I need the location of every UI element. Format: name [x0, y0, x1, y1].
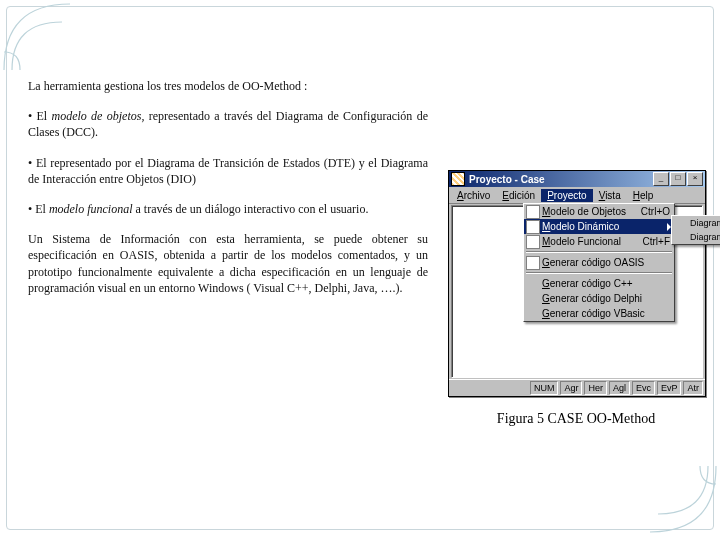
- menu-archivo[interactable]: Archivo: [451, 189, 496, 202]
- status-pane: Atr: [683, 381, 703, 395]
- status-pane: Agr: [560, 381, 582, 395]
- corner-ornament-top-left: [2, 2, 72, 72]
- titlebar: Proyecto - Case _ □ ×: [449, 171, 705, 187]
- status-pane: NUM: [530, 381, 559, 395]
- menu-item[interactable]: Generar código C++: [524, 276, 674, 291]
- statusbar: NUMAgrHerAglEvcEvPAtr: [449, 379, 705, 396]
- menu-proyecto[interactable]: Proyecto: [541, 189, 592, 202]
- window-title: Proyecto - Case: [469, 174, 653, 185]
- menu-item[interactable]: Modelo FuncionalCtrl+F: [524, 234, 674, 249]
- menu-vista[interactable]: Vista: [593, 189, 627, 202]
- window-controls: _ □ ×: [653, 172, 703, 186]
- paragraph-4: Un Sistema de Información con esta herra…: [28, 231, 428, 296]
- bullet-1: El modelo de objetos, representado a tra…: [28, 108, 428, 140]
- menu-dropdown: Modelo de ObjetosCtrl+OModelo DinámicoMo…: [523, 203, 675, 322]
- corner-ornament-bottom-right: [648, 464, 718, 534]
- status-pane: EvP: [657, 381, 682, 395]
- bullet-3: El modelo funcional a través de un diálo…: [28, 201, 428, 217]
- intro-paragraph: La herramienta gestiona los tres modelos…: [28, 78, 428, 94]
- submenu: Diagrama Transición EstadosCtrl+EDiagram…: [671, 215, 720, 245]
- menubar: ArchivoEdiciónProyectoVistaHelp: [449, 187, 705, 204]
- submenu-item[interactable]: Diagrama de InteracciónCtrl+I: [672, 230, 720, 244]
- menu-item-icon: [526, 220, 540, 234]
- menu-item[interactable]: Modelo Dinámico: [524, 219, 674, 234]
- menu-item[interactable]: Generar código OASIS: [524, 255, 674, 270]
- app-window: Proyecto - Case _ □ × ArchivoEdiciónProy…: [448, 170, 706, 397]
- menu-edición[interactable]: Edición: [496, 189, 541, 202]
- menu-separator: [526, 272, 672, 274]
- menu-item[interactable]: Generar código Delphi: [524, 291, 674, 306]
- menu-help[interactable]: Help: [627, 189, 660, 202]
- bullet-2: El representado por el Diagrama de Trans…: [28, 155, 428, 187]
- menu-item-icon: [526, 256, 540, 270]
- app-icon: [451, 172, 465, 186]
- close-button[interactable]: ×: [687, 172, 703, 186]
- maximize-button[interactable]: □: [670, 172, 686, 186]
- menu-separator: [526, 251, 672, 253]
- minimize-button[interactable]: _: [653, 172, 669, 186]
- menu-item-icon: [526, 235, 540, 249]
- status-pane: Evc: [632, 381, 655, 395]
- body-text: La herramienta gestiona los tres modelos…: [28, 78, 428, 310]
- status-pane: Her: [584, 381, 607, 395]
- status-pane: Agl: [609, 381, 630, 395]
- menu-item[interactable]: Generar código VBasic: [524, 306, 674, 321]
- menu-item[interactable]: Modelo de ObjetosCtrl+O: [524, 204, 674, 219]
- figure: Proyecto - Case _ □ × ArchivoEdiciónProy…: [448, 170, 704, 427]
- submenu-item[interactable]: Diagrama Transición EstadosCtrl+E: [672, 216, 720, 230]
- figure-caption: Figura 5 CASE OO-Method: [448, 411, 704, 427]
- menu-item-icon: [526, 205, 540, 219]
